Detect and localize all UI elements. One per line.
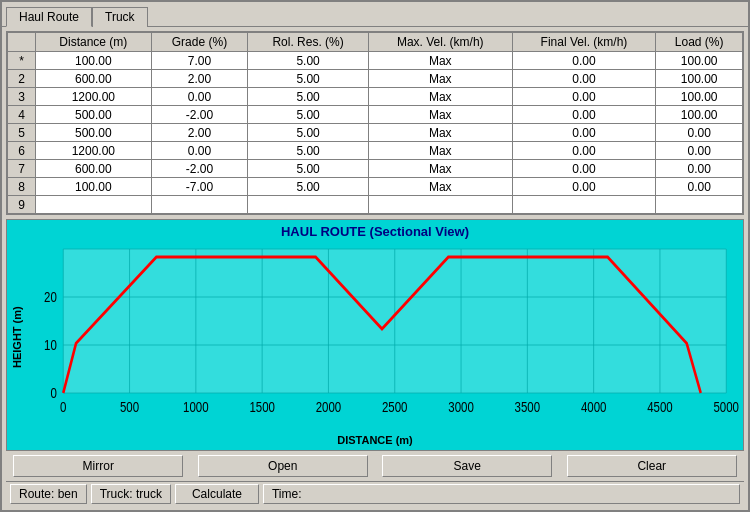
svg-text:0: 0 — [60, 399, 66, 416]
row-cell[interactable]: Max — [368, 160, 512, 178]
row-cell[interactable]: 0.00 — [656, 124, 743, 142]
tab-truck[interactable]: Truck — [92, 7, 148, 27]
row-cell[interactable]: -2.00 — [151, 160, 248, 178]
row-cell[interactable]: Max — [368, 178, 512, 196]
row-cell[interactable]: 5.00 — [248, 124, 369, 142]
row-cell[interactable]: 0.00 — [656, 142, 743, 160]
row-cell[interactable]: 5.00 — [248, 160, 369, 178]
chart-title: HAUL ROUTE (Sectional View) — [281, 224, 469, 239]
table-row[interactable]: 4500.00-2.005.00Max0.00100.00 — [8, 106, 743, 124]
svg-text:0: 0 — [50, 385, 56, 402]
row-cell[interactable]: Max — [368, 106, 512, 124]
row-cell[interactable] — [248, 196, 369, 214]
row-cell[interactable]: 0.00 — [512, 142, 656, 160]
row-cell[interactable]: 5.00 — [248, 88, 369, 106]
row-cell[interactable]: 100.00 — [656, 52, 743, 70]
row-id[interactable]: 7 — [8, 160, 36, 178]
row-cell[interactable]: 1200.00 — [36, 88, 152, 106]
y-axis-label: HEIGHT (m) — [11, 241, 23, 433]
table-row[interactable]: *100.007.005.00Max0.00100.00 — [8, 52, 743, 70]
table-row[interactable]: 7600.00-2.005.00Max0.000.00 — [8, 160, 743, 178]
row-cell[interactable] — [151, 196, 248, 214]
svg-text:2500: 2500 — [382, 399, 407, 416]
row-cell[interactable]: 0.00 — [656, 178, 743, 196]
tab-haul-route[interactable]: Haul Route — [6, 7, 92, 27]
row-cell[interactable]: 2.00 — [151, 70, 248, 88]
col-header-rol-res: Rol. Res. (%) — [248, 33, 369, 52]
row-cell[interactable] — [512, 196, 656, 214]
svg-text:20: 20 — [44, 289, 57, 306]
row-cell[interactable]: Max — [368, 142, 512, 160]
calculate-button[interactable]: Calculate — [175, 484, 259, 504]
row-id[interactable]: 2 — [8, 70, 36, 88]
row-cell[interactable]: Max — [368, 70, 512, 88]
row-cell[interactable]: 600.00 — [36, 70, 152, 88]
route-table: Distance (m) Grade (%) Rol. Res. (%) Max… — [6, 31, 744, 215]
row-cell[interactable] — [656, 196, 743, 214]
row-cell[interactable]: 100.00 — [656, 88, 743, 106]
row-id[interactable]: 5 — [8, 124, 36, 142]
row-cell[interactable]: 0.00 — [512, 88, 656, 106]
open-button[interactable]: Open — [198, 455, 368, 477]
clear-button[interactable]: Clear — [567, 455, 737, 477]
table-row[interactable]: 31200.000.005.00Max0.00100.00 — [8, 88, 743, 106]
row-cell[interactable]: 0.00 — [512, 52, 656, 70]
table-row[interactable]: 2600.002.005.00Max0.00100.00 — [8, 70, 743, 88]
time-status: Time: — [263, 484, 740, 504]
row-cell[interactable]: 0.00 — [656, 160, 743, 178]
row-cell[interactable]: 0.00 — [151, 142, 248, 160]
row-cell[interactable]: 0.00 — [512, 106, 656, 124]
col-header-max-vel: Max. Vel. (km/h) — [368, 33, 512, 52]
svg-text:500: 500 — [120, 399, 139, 416]
main-window: Haul Route Truck Distance (m) Grade (%) … — [0, 0, 750, 512]
row-cell[interactable]: -2.00 — [151, 106, 248, 124]
row-cell[interactable]: 5.00 — [248, 178, 369, 196]
row-cell[interactable]: 0.00 — [512, 124, 656, 142]
row-cell[interactable]: Max — [368, 124, 512, 142]
row-cell[interactable]: 5.00 — [248, 70, 369, 88]
svg-text:5000: 5000 — [714, 399, 739, 416]
svg-text:4500: 4500 — [647, 399, 672, 416]
table-row[interactable]: 5500.002.005.00Max0.000.00 — [8, 124, 743, 142]
row-cell[interactable]: 100.00 — [656, 70, 743, 88]
table-row[interactable]: 8100.00-7.005.00Max0.000.00 — [8, 178, 743, 196]
row-cell[interactable]: 0.00 — [512, 178, 656, 196]
button-row: Mirror Open Save Clear — [6, 455, 744, 477]
row-cell[interactable]: 100.00 — [36, 52, 152, 70]
row-cell[interactable]: Max — [368, 88, 512, 106]
col-header-load: Load (%) — [656, 33, 743, 52]
row-cell[interactable]: 100.00 — [656, 106, 743, 124]
row-id[interactable]: 8 — [8, 178, 36, 196]
route-status: Route: ben — [10, 484, 87, 504]
row-cell[interactable]: 5.00 — [248, 52, 369, 70]
row-cell[interactable]: 7.00 — [151, 52, 248, 70]
row-cell[interactable] — [368, 196, 512, 214]
chart-container: HAUL ROUTE (Sectional View) HEIGHT (m) — [6, 219, 744, 451]
svg-text:10: 10 — [44, 337, 57, 354]
row-cell[interactable]: 100.00 — [36, 178, 152, 196]
row-cell[interactable]: -7.00 — [151, 178, 248, 196]
row-cell[interactable]: 2.00 — [151, 124, 248, 142]
row-cell[interactable]: 5.00 — [248, 106, 369, 124]
save-button[interactable]: Save — [382, 455, 552, 477]
row-cell[interactable]: Max — [368, 52, 512, 70]
row-id[interactable]: 6 — [8, 142, 36, 160]
table-row[interactable]: 9 — [8, 196, 743, 214]
row-cell[interactable] — [36, 196, 152, 214]
row-cell[interactable]: 600.00 — [36, 160, 152, 178]
row-cell[interactable]: 0.00 — [151, 88, 248, 106]
table-row[interactable]: 61200.000.005.00Max0.000.00 — [8, 142, 743, 160]
row-cell[interactable]: 500.00 — [36, 106, 152, 124]
row-cell[interactable]: 5.00 — [248, 142, 369, 160]
row-cell[interactable]: 0.00 — [512, 70, 656, 88]
svg-text:3000: 3000 — [448, 399, 473, 416]
row-cell[interactable]: 0.00 — [512, 160, 656, 178]
x-axis-label: DISTANCE (m) — [337, 434, 413, 446]
row-cell[interactable]: 500.00 — [36, 124, 152, 142]
row-id[interactable]: 9 — [8, 196, 36, 214]
row-id[interactable]: * — [8, 52, 36, 70]
row-id[interactable]: 4 — [8, 106, 36, 124]
mirror-button[interactable]: Mirror — [13, 455, 183, 477]
row-cell[interactable]: 1200.00 — [36, 142, 152, 160]
row-id[interactable]: 3 — [8, 88, 36, 106]
